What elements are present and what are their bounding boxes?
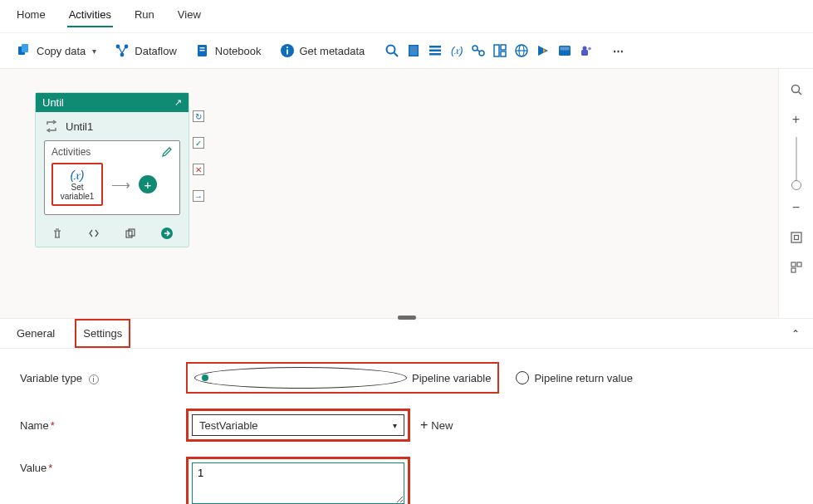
notebook-icon [195, 43, 210, 58]
name-value: TestVariable [199, 419, 258, 432]
svg-point-32 [791, 86, 799, 93]
pin-4[interactable]: → [193, 190, 204, 202]
svg-rect-19 [494, 45, 499, 56]
copy-data-button[interactable]: Copy data ▾ [12, 40, 101, 61]
setvar-line2: variable1 [61, 192, 95, 201]
add-activity-button[interactable]: + [139, 175, 157, 193]
copy-data-label: Copy data [37, 45, 86, 57]
svg-rect-14 [429, 46, 441, 48]
notebook-label: Notebook [215, 45, 262, 57]
copy-icon[interactable] [124, 227, 137, 240]
until-title: Until [42, 96, 64, 109]
svg-rect-6 [199, 47, 204, 48]
nav-activities[interactable]: Activities [67, 5, 113, 27]
arrow-icon: ⟶ [111, 177, 130, 193]
svg-point-28 [588, 47, 591, 51]
code-icon[interactable] [87, 227, 100, 240]
svg-rect-1 [22, 44, 28, 52]
svg-rect-34 [794, 236, 798, 240]
new-label: New [431, 419, 453, 432]
pin-3[interactable]: ✕ [193, 164, 204, 175]
svg-rect-9 [287, 50, 288, 55]
web-icon[interactable] [514, 43, 529, 58]
activities-label: Activities [51, 146, 91, 158]
plus-icon: + [420, 418, 428, 433]
svg-rect-16 [429, 53, 441, 56]
radio-pipeline-variable-label: Pipeline variable [412, 372, 491, 384]
svg-point-4 [120, 53, 125, 57]
svg-point-26 [583, 46, 587, 51]
svg-rect-15 [429, 50, 441, 52]
zoom-in-icon[interactable]: + [789, 112, 804, 127]
tab-settings[interactable]: Settings [75, 319, 130, 348]
radio-return-value-label: Pipeline return value [534, 372, 633, 384]
edit-activities-icon[interactable] [161, 146, 173, 158]
new-variable-button[interactable]: + New [420, 418, 453, 433]
notebook-button[interactable]: Notebook [190, 40, 267, 61]
dataflow-button[interactable]: Dataflow [110, 40, 182, 61]
get-metadata-button[interactable]: Get metadata [275, 40, 370, 61]
search-icon[interactable] [384, 43, 399, 58]
value-textarea[interactable] [192, 462, 404, 504]
svg-point-11 [387, 46, 395, 54]
pin-2[interactable]: ✓ [193, 137, 204, 149]
svg-rect-35 [791, 262, 796, 267]
svg-point-10 [286, 46, 287, 48]
tab-general[interactable]: General [13, 319, 58, 348]
radio-pipeline-variable[interactable] [194, 367, 407, 389]
name-label: Name [20, 419, 49, 432]
canvas-search-icon[interactable] [789, 82, 804, 97]
radio-return-value[interactable] [516, 371, 529, 384]
zoom-slider[interactable] [796, 137, 797, 185]
info-badge-icon[interactable]: i [89, 374, 99, 384]
svg-rect-7 [199, 50, 204, 51]
name-dropdown[interactable]: TestVariable ▾ [192, 414, 404, 436]
delete-icon[interactable] [51, 227, 64, 240]
nav-home[interactable]: Home [15, 5, 47, 27]
svg-rect-13 [410, 46, 418, 56]
set-variable-activity[interactable]: (𝑥) Set variable1 [51, 163, 103, 206]
nav-run[interactable]: Run [133, 5, 156, 27]
get-metadata-label: Get metadata [300, 45, 365, 57]
variable-icon[interactable]: (𝑥) [449, 43, 464, 58]
list-icon[interactable] [428, 43, 443, 58]
variable-icon: (𝑥) [71, 168, 85, 183]
collapse-settings-icon[interactable]: ⌃ [791, 328, 800, 340]
info-icon [280, 43, 295, 58]
functions-icon[interactable] [471, 43, 486, 58]
chevron-down-icon: ▾ [393, 421, 397, 430]
template-icon[interactable] [492, 43, 507, 58]
copy-data-icon [17, 43, 32, 58]
svg-rect-25 [561, 47, 570, 51]
value-label: Value [20, 462, 47, 474]
svg-rect-37 [791, 268, 796, 272]
dataflow-icon [115, 43, 130, 58]
nav-view[interactable]: View [176, 5, 203, 27]
setvar-line1: Set [71, 183, 83, 192]
variable-type-label: Variable type [20, 372, 82, 384]
layout-icon[interactable] [789, 260, 804, 275]
svg-rect-36 [797, 262, 801, 267]
until-name: Until1 [66, 120, 93, 133]
script-icon[interactable] [406, 43, 421, 58]
outlook-icon[interactable] [557, 43, 572, 58]
expand-icon[interactable]: ↗ [174, 97, 182, 108]
resize-grip[interactable] [398, 316, 416, 320]
toolbar-overflow[interactable]: ⋯ [609, 45, 629, 57]
teams-icon[interactable] [579, 43, 594, 58]
until-activity-card[interactable]: Until ↗ Until1 Activities (𝑥) Set variab… [35, 92, 189, 247]
loop-icon [44, 119, 59, 134]
svg-rect-20 [501, 45, 506, 50]
chevron-down-icon: ▾ [92, 46, 96, 56]
zoom-out-icon[interactable]: − [789, 200, 804, 215]
svg-rect-21 [501, 51, 506, 56]
pin-1[interactable]: ↻ [193, 110, 204, 122]
fit-icon[interactable] [789, 230, 804, 245]
dataflow-label: Dataflow [135, 45, 177, 57]
svg-rect-27 [581, 50, 588, 56]
run-icon[interactable] [160, 227, 174, 240]
power-automate-icon[interactable] [536, 43, 551, 58]
canvas[interactable]: Until ↗ Until1 Activities (𝑥) Set variab… [0, 69, 813, 318]
svg-rect-33 [791, 232, 801, 242]
